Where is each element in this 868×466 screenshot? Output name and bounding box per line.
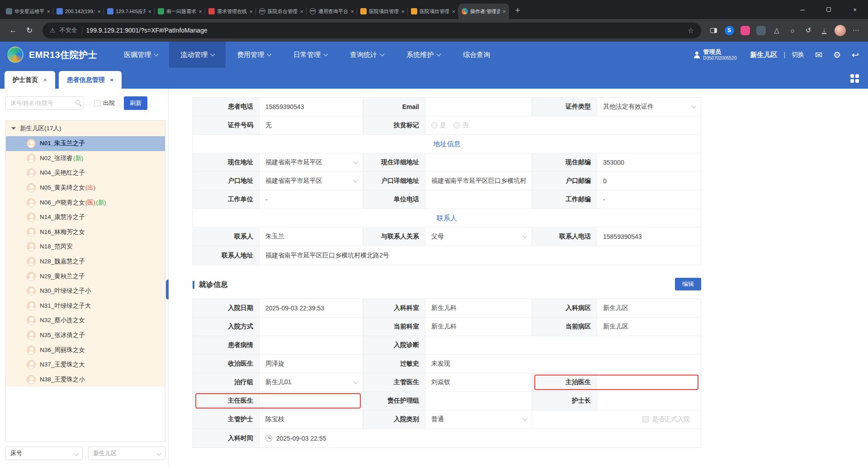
patient-list-item[interactable]: N14_康慧泠之子 — [6, 210, 165, 225]
gear-icon[interactable]: ⚙ — [833, 50, 841, 60]
patient-list-item[interactable]: N38_王爱珠之小 — [6, 372, 165, 387]
tab-close-icon[interactable]: × — [47, 8, 50, 15]
patient-list-item[interactable]: N04_吴艳红之子 — [6, 166, 165, 181]
form-field-value[interactable]: 福建省南平市延平区 — [259, 172, 363, 190]
tab-nurse-home[interactable]: 护士首页 × — [5, 71, 55, 89]
user-info[interactable]: 管理员 D350702005520 — [693, 49, 737, 61]
back-icon[interactable]: ← — [6, 24, 20, 37]
mail-icon[interactable]: ✉ — [815, 50, 822, 60]
split-screen-icon[interactable] — [708, 24, 719, 36]
patient-list-item[interactable]: N29_黄秋兰之子 — [6, 269, 165, 284]
browser-tab[interactable]: 需求管理在线× — [205, 4, 256, 19]
patient-list-item[interactable]: N35_张冰倩之子 — [6, 328, 165, 343]
extension-circle-icon[interactable]: ○ — [787, 24, 798, 36]
history-icon[interactable]: ↺ — [802, 24, 814, 36]
patient-list-item[interactable]: N30_叶绿绿之子小 — [6, 284, 165, 299]
patient-list-item[interactable]: N36_周丽珠之女 — [6, 342, 165, 357]
browser-tab[interactable]: 医院后台管理× — [256, 4, 307, 19]
bookmark-star-icon[interactable]: ☆ — [688, 26, 694, 35]
tab-close-icon[interactable]: × — [401, 8, 405, 15]
form-field-value[interactable]: 其他法定有效证件 — [597, 98, 701, 116]
app-logo-icon — [7, 47, 24, 63]
s-badge-icon[interactable]: S — [723, 24, 735, 36]
url-text[interactable]: 199.9.129.21:9001/?s=XF#/PatInfoManage — [86, 27, 684, 34]
pink-ext-icon[interactable] — [739, 24, 751, 36]
search-input[interactable] — [5, 96, 84, 110]
tab-close-icon[interactable]: × — [43, 76, 47, 83]
ward-select[interactable]: 新生儿区 — [88, 447, 165, 460]
patient-list-item[interactable]: N28_魏嘉慧之子 — [6, 254, 165, 269]
form-field-value[interactable]: 父母 — [425, 228, 532, 246]
patient-list-item[interactable]: N16_林梅芳之女 — [6, 225, 165, 240]
tab-close-icon[interactable]: × — [452, 8, 455, 15]
download-icon[interactable]: ↓ — [818, 24, 830, 36]
profile-avatar[interactable] — [834, 24, 846, 36]
browser-tab[interactable]: 129.7-HIS应用× — [104, 4, 155, 19]
alert-triangle-icon[interactable]: △ — [771, 24, 783, 36]
nav-item[interactable]: 综合查询 — [452, 42, 501, 68]
tab-close-icon[interactable]: × — [148, 8, 151, 15]
tab-close-icon[interactable]: × — [110, 76, 114, 83]
tab-patient-info-manage[interactable]: 患者信息管理 × — [59, 71, 122, 89]
browser-tab[interactable]: 医院项目管理× — [357, 4, 408, 19]
close-button[interactable]: × — [842, 0, 868, 19]
tab-close-icon[interactable]: × — [97, 8, 101, 15]
form-field-value[interactable]: 普通 — [425, 410, 532, 428]
form-field-value[interactable]: 新生儿01 — [259, 373, 363, 391]
browser-tab[interactable]: 华安星运维平× — [3, 4, 53, 19]
form-row: 患者电话15859390543Email证件类型其他法定有效证件 — [193, 98, 701, 116]
patient-list-item[interactable]: N05_黄美绮之女(出) — [6, 181, 165, 195]
tab-close-icon[interactable]: × — [249, 8, 253, 15]
globe-favicon-icon — [259, 8, 265, 14]
tab-close-icon[interactable]: × — [350, 8, 354, 15]
patient-list-item[interactable]: N06_卢晓青之女(医)(新) — [6, 195, 165, 210]
bed-select[interactable]: 床号 — [5, 447, 83, 460]
tab-close-icon[interactable]: × — [300, 8, 303, 15]
radio-icon[interactable] — [431, 122, 438, 128]
patient-list-item[interactable]: N31_叶绿绿之子大 — [6, 299, 165, 314]
browser-tab[interactable]: 南一问题需求× — [155, 4, 205, 19]
grid-menu-icon[interactable] — [850, 74, 859, 83]
address-bar[interactable]: ⚠ 不安全 199.9.129.21:9001/?s=XF#/PatInfoMa… — [42, 23, 701, 38]
form-section-link: 联系人 — [193, 209, 701, 228]
nav-item[interactable]: 医嘱管理 — [113, 42, 169, 68]
nav-item[interactable]: 流动管理 — [169, 42, 226, 68]
browser-tab[interactable]: 医院项目管理× — [408, 4, 458, 19]
browser-tab[interactable]: 通用查询平台× — [307, 4, 357, 19]
refresh-button[interactable]: 刷新 — [124, 96, 147, 110]
field-value-text: 福建省南平市延平区巨口乡横坑村横北路2号 — [265, 252, 389, 260]
more-menu-icon[interactable]: ⋯ — [850, 24, 862, 36]
refresh-icon[interactable]: ↻ — [23, 24, 36, 37]
tab-close-icon[interactable]: × — [502, 8, 506, 15]
edit-button[interactable]: 编辑 — [675, 278, 701, 290]
nav-item[interactable]: 系统维护 — [395, 42, 452, 68]
nav-item[interactable]: 费用管理 — [226, 42, 282, 68]
form-field-label: 入科病区 — [532, 299, 597, 317]
patient-list-item[interactable]: N32_蔡小连之女 — [6, 313, 165, 328]
tab-close-icon[interactable]: × — [198, 8, 202, 15]
new-tab-button[interactable]: + — [511, 4, 524, 17]
chevron-down-icon — [157, 452, 161, 456]
form-field-label: 患者电话 — [193, 98, 259, 116]
patient-list-item[interactable]: N18_范芮安 — [6, 239, 165, 254]
patient-avatar-icon — [27, 272, 36, 281]
form-field-value[interactable]: 福建省南平市延平区 — [259, 153, 363, 171]
switch-ward-button[interactable]: 切换 — [792, 51, 804, 59]
patient-list-item[interactable]: N37_王爱珠之大 — [6, 357, 165, 372]
browser-tab[interactable]: 200.142(199.9× — [53, 4, 104, 19]
patient-list-item[interactable]: N02_张璟睿(新) — [6, 151, 165, 166]
radio-icon[interactable] — [453, 122, 460, 128]
nav-item[interactable]: 查询统计 — [339, 42, 395, 68]
dark-ext-icon[interactable] — [755, 24, 767, 36]
nav-item[interactable]: 日常管理 — [282, 42, 339, 68]
patient-list-item[interactable]: N01_朱玉兰之子 — [6, 136, 165, 151]
discharge-checkbox[interactable] — [94, 100, 100, 106]
checkbox-icon[interactable] — [642, 416, 649, 423]
minimize-button[interactable]: ─ — [789, 0, 816, 19]
logout-icon[interactable]: ↩ — [852, 50, 859, 60]
maximize-button[interactable] — [816, 0, 842, 19]
tree-root-ward[interactable]: 新生儿区(17人) — [6, 121, 165, 136]
form-field-value: 15859390543 — [259, 98, 363, 116]
section-title-text: 就诊信息 — [199, 280, 228, 290]
browser-tab[interactable]: 操作者:管理员× — [458, 4, 509, 19]
